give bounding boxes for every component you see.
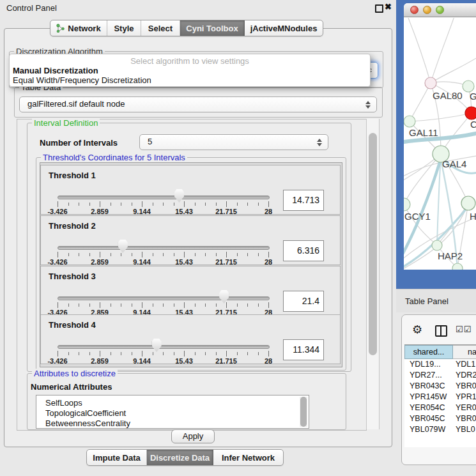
tab-infer-network[interactable]: Infer Network (213, 450, 283, 465)
minor-tick (195, 203, 196, 206)
table-row[interactable]: YDR27...YDR2 (404, 370, 476, 381)
minor-tick (153, 253, 153, 256)
minor-tick (79, 253, 79, 256)
tick-label: 28 (249, 258, 288, 266)
tab-select[interactable]: Select (141, 20, 180, 36)
vertical-scrollbar-thumb[interactable] (369, 133, 377, 355)
screen: Control Panel ✖ NetworkStyleSelectCyni T… (0, 0, 476, 476)
tick-label: 21.715 (207, 208, 245, 215)
slider-handle[interactable] (174, 189, 184, 203)
network-icon (56, 24, 65, 33)
num-intervals-value: 5 (148, 137, 152, 146)
network-node-hap2[interactable] (432, 240, 442, 250)
threshold-value-field[interactable]: 21.4 (283, 291, 324, 312)
numerical-attributes-label: Numerical Attributes (31, 382, 112, 392)
select-columns-icon[interactable]: ☑☑ (456, 325, 472, 334)
minor-tick (195, 352, 196, 355)
close-icon[interactable]: ✖ (385, 2, 392, 12)
slider-handle[interactable] (219, 290, 229, 303)
threshold-value-field[interactable]: 14.713 (283, 190, 324, 211)
network-canvas[interactable]: GAL80GACGAL11GAL4GCY1HHAP2 (404, 18, 476, 270)
tab-network[interactable]: Network (50, 20, 107, 36)
cell-name: YPR1 (456, 392, 476, 403)
list-item-topologicalcoefficient[interactable]: TopologicalCoefficient (45, 408, 126, 418)
tab-style[interactable]: Style (107, 20, 141, 36)
combo-arrows-icon (365, 101, 371, 109)
network-node-gcy1[interactable] (404, 198, 410, 211)
tab-discretize-data[interactable]: Discretize Data (147, 450, 213, 465)
network-node-gal11[interactable] (404, 116, 415, 127)
tick-label: -3.426 (38, 357, 77, 365)
minor-tick (258, 203, 259, 206)
slider-track[interactable] (58, 196, 270, 199)
minor-tick (237, 303, 238, 307)
tab-label: Discretize Data (150, 453, 210, 463)
table-row[interactable]: YBR045CYBR0 (404, 413, 476, 424)
numerical-attributes-list[interactable]: SelfLoopsTopologicalCoefficientBetweenne… (36, 395, 309, 429)
slider-handle[interactable] (152, 339, 162, 352)
table-row[interactable]: YER054CYER0 (404, 403, 476, 413)
threshold-value-field[interactable]: 11.344 (283, 339, 324, 360)
tick-label: 28 (249, 208, 288, 215)
vertical-scrollbar[interactable] (366, 119, 380, 429)
list-scrollbar-thumb[interactable] (300, 397, 307, 427)
network-node-label: HAP2 (438, 250, 463, 261)
network-node-h[interactable] (461, 196, 475, 210)
table-panel-title: Table Panel (405, 296, 449, 306)
float-window-icon[interactable] (375, 4, 383, 13)
network-edge (410, 113, 472, 121)
table-data-combo[interactable]: galFiltered.sif default node (19, 96, 377, 112)
major-tick (100, 252, 100, 257)
minor-tick (111, 253, 111, 256)
zoom-traffic-light-icon[interactable] (436, 6, 444, 14)
cell-shared-name: YBR043C (410, 381, 445, 392)
table-row[interactable]: YLR345WYLR3 (404, 435, 476, 436)
tab-label: Impute Data (93, 453, 140, 463)
minor-tick (216, 253, 217, 256)
slider-handle[interactable] (118, 240, 128, 253)
apply-button[interactable]: Apply (171, 429, 215, 443)
minimize-traffic-light-icon[interactable] (423, 6, 431, 14)
table-row[interactable]: YBL079WYBL0 (404, 424, 476, 435)
tab-jactivemnodules[interactable]: jActiveMNodules (245, 20, 323, 36)
minor-tick (247, 253, 248, 256)
list-item-betweennesscentrality[interactable]: BetweennessCentrality (45, 418, 130, 429)
minor-tick (237, 352, 238, 355)
slider-track[interactable] (58, 246, 270, 250)
network-node-c[interactable] (465, 107, 476, 119)
list-item-selfloops[interactable]: SelfLoops (45, 398, 82, 408)
top-tab-bar: NetworkStyleSelectCyni ToolboxjActiveMNo… (50, 20, 323, 36)
network-node[interactable] (452, 263, 463, 270)
tick-label: 28 (249, 357, 288, 365)
minor-tick (89, 253, 90, 256)
table-row[interactable]: YPR145WYPR1 (404, 392, 476, 403)
minor-tick (132, 352, 132, 355)
threshold-value-field[interactable]: 6.316 (283, 240, 324, 261)
num-intervals-combo[interactable]: 5 (139, 134, 328, 150)
threshold-label: Threshold 1 (49, 171, 96, 180)
tab-impute-data[interactable]: Impute Data (87, 450, 147, 465)
minor-tick (195, 303, 196, 307)
major-tick (184, 302, 185, 308)
dropdown-option-equal-width[interactable]: Equal Width/Frequency Discretization (12, 75, 367, 85)
minor-tick (121, 303, 121, 307)
minor-tick (205, 253, 206, 256)
minor-tick (111, 352, 111, 355)
dropdown-option-manual[interactable]: Manual Discretization (12, 66, 367, 75)
attributes-group-title: Attributes to discretize (32, 369, 118, 378)
close-traffic-light-icon[interactable] (410, 6, 418, 14)
table-row[interactable]: YBR043CYBR0 (404, 381, 476, 392)
network-node-gal80[interactable] (425, 77, 436, 89)
column-header-name[interactable]: na (453, 345, 476, 359)
column-header-shared-name[interactable]: shared... (404, 345, 453, 359)
split-columns-icon[interactable] (435, 325, 447, 337)
table-panel: ⚙ ☑☑ shared... na YDL19...YDL1YDR27...YD… (401, 314, 476, 465)
list-scrollbar[interactable] (300, 397, 307, 427)
settings-gear-icon[interactable]: ⚙ (412, 323, 422, 337)
table-row[interactable]: YDL19...YDL1 (404, 359, 476, 370)
tab-cyni-toolbox[interactable]: Cyni Toolbox (180, 20, 245, 36)
slider-track[interactable] (58, 345, 270, 349)
cell-name: YLR3 (456, 435, 475, 436)
major-tick (268, 302, 269, 308)
slider-track[interactable] (58, 296, 270, 300)
